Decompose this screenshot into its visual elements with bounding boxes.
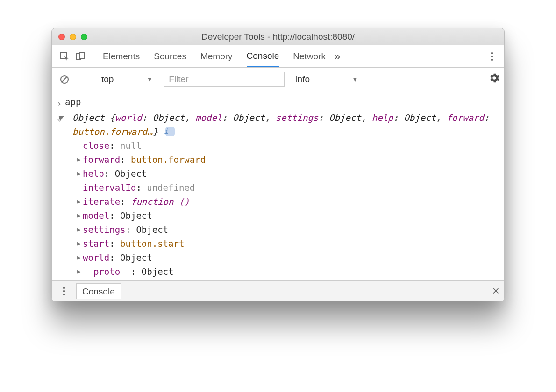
object-property[interactable]: intervalId: undefined xyxy=(75,181,504,195)
tab-memory[interactable]: Memory xyxy=(200,47,233,66)
separator xyxy=(94,50,94,63)
console-messages[interactable]: app ▼Object {world: Object, model: Objec… xyxy=(52,91,504,280)
log-level-value: Info xyxy=(295,74,310,84)
object-property[interactable]: start: button.start xyxy=(75,237,504,251)
devtools-tabsbar: Elements Sources Memory Console Network … xyxy=(52,45,504,68)
svg-rect-2 xyxy=(80,52,84,59)
object-property[interactable]: settings: Object xyxy=(75,223,504,237)
console-input-text: app xyxy=(64,95,504,110)
disclosure-triangle-icon[interactable] xyxy=(75,209,83,223)
drawer-menu-icon[interactable] xyxy=(57,284,71,298)
object-property[interactable]: forward: button.forward xyxy=(75,153,504,167)
disclosure-triangle-icon[interactable] xyxy=(75,251,83,265)
info-badge-icon[interactable]: i xyxy=(165,127,175,136)
filter-input[interactable] xyxy=(164,72,285,87)
property-text: forward: button.forward xyxy=(83,153,206,167)
chevron-down-icon: ▼ xyxy=(352,76,358,83)
panel-tabs: Elements Sources Memory Console Network xyxy=(103,46,326,67)
object-property[interactable]: close: null xyxy=(75,139,504,153)
property-text: model: Object xyxy=(83,209,152,223)
chevron-down-icon: ▼ xyxy=(146,76,153,83)
separator xyxy=(85,73,85,86)
object-property[interactable]: model: Object xyxy=(75,209,504,223)
property-text: close: null xyxy=(83,139,142,153)
disclosure-open-icon[interactable]: ▼ xyxy=(65,111,72,125)
device-toolbar-icon[interactable] xyxy=(72,49,88,63)
context-selector-value: top xyxy=(101,74,114,84)
svg-point-3 xyxy=(491,52,493,54)
separator xyxy=(472,50,479,63)
property-text: start: button.start xyxy=(83,237,184,251)
tab-console[interactable]: Console xyxy=(247,46,279,67)
object-property[interactable]: world: Object xyxy=(75,251,504,265)
disclosure-triangle-icon[interactable] xyxy=(75,265,83,279)
context-selector[interactable]: top ▼ xyxy=(97,72,157,87)
object-property[interactable]: __proto__: Object xyxy=(75,265,504,279)
object-properties: close: nullforward: button.forwardhelp: … xyxy=(65,139,504,279)
console-input-echo: app xyxy=(52,95,504,111)
object-summary[interactable]: ▼Object {world: Object, model: Object, s… xyxy=(65,111,504,139)
tab-network[interactable]: Network xyxy=(293,47,326,66)
object-property[interactable]: iterate: function () xyxy=(75,195,504,209)
disclosure-triangle-icon[interactable] xyxy=(75,223,83,237)
log-level-selector[interactable]: Info ▼ xyxy=(291,72,362,86)
console-result: ▼Object {world: Object, model: Object, s… xyxy=(52,111,504,279)
svg-point-5 xyxy=(491,58,493,60)
disclosure-triangle-icon[interactable] xyxy=(75,167,83,181)
window-title: Developer Tools - http://localhost:8080/ xyxy=(52,32,504,42)
more-tabs-icon[interactable]: » xyxy=(334,50,340,63)
property-text: __proto__: Object xyxy=(83,265,173,279)
inspect-element-icon[interactable] xyxy=(57,49,72,63)
property-text: iterate: function () xyxy=(83,195,190,209)
property-text: intervalId: undefined xyxy=(83,181,195,195)
property-text: settings: Object xyxy=(83,223,168,237)
clear-console-icon[interactable] xyxy=(57,72,72,86)
disclosure-triangle-icon[interactable] xyxy=(75,195,83,209)
devtools-menu-icon[interactable] xyxy=(485,49,499,63)
property-text: world: Object xyxy=(83,251,152,265)
object-property[interactable]: help: Object xyxy=(75,167,504,181)
disclosure-triangle-icon[interactable] xyxy=(75,237,83,251)
disclosure-triangle-icon[interactable] xyxy=(75,153,83,167)
drawer-tab-console[interactable]: Console xyxy=(76,283,121,299)
console-settings-icon[interactable] xyxy=(489,73,499,85)
svg-point-10 xyxy=(63,293,65,295)
devtools-window: Developer Tools - http://localhost:8080/… xyxy=(51,28,505,301)
property-text: help: Object xyxy=(83,167,147,181)
svg-point-9 xyxy=(63,290,65,292)
tab-sources[interactable]: Sources xyxy=(154,47,186,66)
svg-point-8 xyxy=(63,287,65,288)
tab-elements[interactable]: Elements xyxy=(103,47,140,66)
window-titlebar: Developer Tools - http://localhost:8080/ xyxy=(52,28,504,45)
close-drawer-icon[interactable]: × xyxy=(492,284,499,298)
drawer: Console × xyxy=(52,280,504,301)
svg-point-4 xyxy=(491,55,493,57)
console-toolbar: top ▼ Info ▼ xyxy=(52,68,504,91)
input-marker-icon xyxy=(56,97,62,111)
svg-line-7 xyxy=(62,77,67,82)
